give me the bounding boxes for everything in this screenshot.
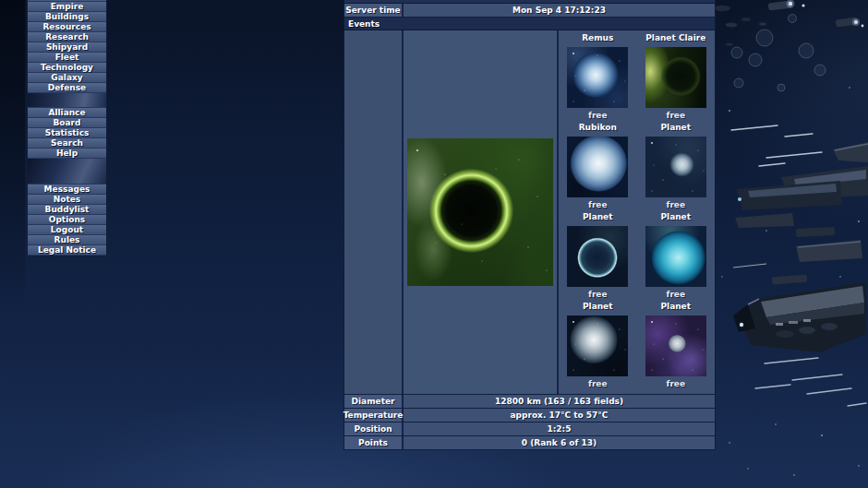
sidebar-item-technology[interactable]: Technology <box>28 63 106 73</box>
sidebar-item-logout[interactable]: Logout <box>28 225 106 235</box>
moon-grid-row: Planet free Planet free <box>559 302 715 391</box>
moon-tile: Rubikon free <box>559 123 637 212</box>
sidebar-item-notes[interactable]: Notes <box>28 195 106 205</box>
sidebar-item-rules[interactable]: Rules <box>28 235 106 245</box>
moon-name: Planet <box>660 212 691 222</box>
points-label: Points <box>344 436 404 449</box>
moon-grid: Remus free Planet Claire free Rubikon fr… <box>559 30 715 394</box>
planet-thumbnail-8[interactable] <box>645 315 706 376</box>
moon-tile: Planet free <box>637 302 716 391</box>
planet-thumbnail-rubikon[interactable] <box>567 137 628 197</box>
events-header: Events <box>344 18 715 30</box>
server-time-row: Server time Mon Sep 4 17:12:23 <box>344 4 715 18</box>
moon-tile: Planet free <box>637 212 716 302</box>
moon-status: free <box>588 111 608 121</box>
sidebar-item-resources[interactable]: Resources <box>28 22 106 32</box>
position-label: Position <box>344 423 404 435</box>
moon-status: free <box>666 290 685 300</box>
moon-grid-row: Rubikon free Planet free <box>559 123 715 212</box>
moon-tile: Planet free <box>559 212 637 302</box>
moon-name: Planet <box>583 302 613 312</box>
planet-panel: Server time Mon Sep 4 17:12:23 Events Re… <box>344 0 716 450</box>
planet-thumbnail-claire[interactable] <box>645 47 706 108</box>
events-planet-cell <box>404 30 559 394</box>
sidebar-item-messages[interactable]: Messages <box>28 184 106 195</box>
moon-name: Planet Claire <box>645 33 705 43</box>
diameter-row: Diameter 12800 km (163 / 163 fields) <box>344 395 715 409</box>
temperature-value: approx. 17°C to 57°C <box>404 409 715 422</box>
planet-thumbnail-5[interactable] <box>567 226 628 287</box>
sidebar-separator <box>28 93 106 108</box>
moon-name: Rubikon <box>579 123 617 133</box>
temperature-row: Temperature approx. 17°C to 57°C <box>344 409 715 423</box>
position-value: 1:2:5 <box>404 423 715 435</box>
moon-status: free <box>588 290 608 300</box>
sidebar-item-help[interactable]: Help <box>28 149 106 159</box>
points-value: 0 (Rank 6 of 13) <box>404 436 715 449</box>
sidebar-item-shipyard[interactable]: Shipyard <box>28 42 106 53</box>
sidebar-item-research[interactable]: Research <box>28 32 106 42</box>
points-row: Points 0 (Rank 6 of 13) <box>344 436 715 450</box>
temperature-label: Temperature <box>344 409 404 422</box>
sidebar-item-empire[interactable]: Empire <box>28 2 106 12</box>
moon-name: Planet <box>660 123 691 133</box>
sidebar-item-search[interactable]: Search <box>28 138 106 149</box>
position-row: Position 1:2:5 <box>344 423 715 436</box>
sidebar-item-fleet[interactable]: Fleet <box>28 53 106 63</box>
moon-grid-row: Remus free Planet Claire free <box>559 33 715 123</box>
sidebar-item-legal-notice[interactable]: Legal Notice <box>28 245 106 256</box>
diameter-label: Diameter <box>344 395 404 408</box>
moon-grid-row: Planet free Planet free <box>559 212 715 302</box>
sidebar-item-buddylist[interactable]: Buddylist <box>28 205 106 215</box>
moon-name: Remus <box>582 33 613 43</box>
sidebar-item-galaxy[interactable]: Galaxy <box>28 73 106 83</box>
sidebar-item-board[interactable]: Board <box>28 118 106 128</box>
sidebar-item-defense[interactable]: Defense <box>28 83 106 93</box>
events-left-cell <box>344 30 404 394</box>
planet-thumbnail-4[interactable] <box>645 137 706 197</box>
diameter-value: 12800 km (163 / 163 fields) <box>404 395 715 408</box>
server-time-value: Mon Sep 4 17:12:23 <box>404 4 715 17</box>
moon-status: free <box>666 111 685 121</box>
moon-tile: Remus free <box>559 33 637 123</box>
moon-status: free <box>666 379 685 389</box>
game-page: { "sidebar": { "group1": ["Empire", "Bui… <box>0 0 868 488</box>
sidebar-menu: Empire Buildings Resources Research Ship… <box>27 0 107 256</box>
events-header-label: Events <box>348 19 380 29</box>
sidebar-item-buildings[interactable]: Buildings <box>28 12 106 22</box>
moon-name: Planet <box>660 302 691 312</box>
moon-tile: Planet free <box>559 302 637 391</box>
planet-thumbnail-7[interactable] <box>567 315 628 376</box>
moon-status: free <box>588 200 608 210</box>
moon-name: Planet <box>583 212 613 222</box>
moon-tile: Planet free <box>637 123 716 212</box>
moon-status: free <box>588 379 608 389</box>
sidebar-separator <box>28 159 106 184</box>
space-fleet-background <box>711 0 868 488</box>
planet-thumbnail-remus[interactable] <box>567 47 628 108</box>
planet-thumbnail-6[interactable] <box>645 226 706 287</box>
moon-status: free <box>666 200 685 210</box>
moon-tile: Planet Claire free <box>637 33 716 123</box>
background-left-shade <box>0 0 25 314</box>
sidebar-item-options[interactable]: Options <box>28 215 106 225</box>
sidebar-item-alliance[interactable]: Alliance <box>28 108 106 118</box>
sidebar-item-statistics[interactable]: Statistics <box>28 128 106 138</box>
server-time-label: Server time <box>344 4 404 17</box>
events-body: Remus free Planet Claire free Rubikon fr… <box>344 30 715 395</box>
planet-image <box>407 138 553 286</box>
